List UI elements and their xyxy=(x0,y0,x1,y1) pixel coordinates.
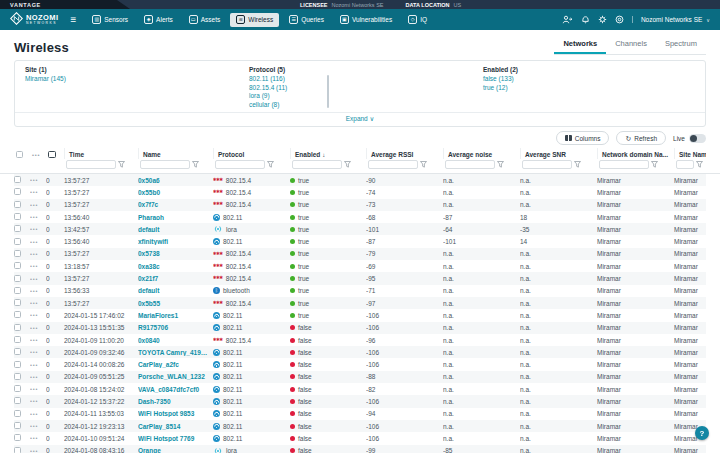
column-header-name[interactable]: Name xyxy=(138,148,213,159)
funnel-icon[interactable] xyxy=(344,161,351,168)
table-row[interactable]: •••02024-01-08 15:24:02VAVA_c0847dfc7cf0… xyxy=(14,383,706,395)
nav-item-iq[interactable]: ◇IQ xyxy=(402,13,433,27)
row-checkbox[interactable] xyxy=(14,311,21,318)
funnel-icon[interactable] xyxy=(696,161,703,168)
network-name-link[interactable]: Pharaoh xyxy=(138,214,213,221)
filter-input-enabled[interactable] xyxy=(292,160,342,169)
notifications-bell-icon[interactable] xyxy=(581,15,590,24)
tab-spectrum[interactable]: Spectrum xyxy=(656,36,706,54)
protocol-filter-value-link[interactable]: cellular (8) xyxy=(249,101,319,110)
table-row[interactable]: •••02024-01-09 05:51:25Porsche_WLAN_1232… xyxy=(14,371,706,383)
nav-item-assets[interactable]: ▭Assets xyxy=(183,13,227,27)
table-row[interactable]: •••013:56:33defaultᛒbluetoothtrue-71n.a.… xyxy=(14,285,706,297)
table-row[interactable]: •••013:57:270x21f7✱✱✱802.15.4true-95n.a.… xyxy=(14,272,706,284)
row-menu-button[interactable]: ••• xyxy=(30,263,46,269)
settings-gear-icon[interactable] xyxy=(598,15,607,24)
protocol-filter-value-link[interactable]: 802.15.4 (11) xyxy=(249,84,319,93)
row-menu-button[interactable]: ••• xyxy=(30,386,46,392)
row-menu-button[interactable]: ••• xyxy=(30,202,46,208)
table-row[interactable]: •••02024-01-14 00:08:26CarPlay_a2fc802.1… xyxy=(14,358,706,370)
funnel-icon[interactable] xyxy=(192,161,199,168)
table-row[interactable]: •••013:57:270x7f7c✱✱✱802.15.4true-73n.a.… xyxy=(14,199,706,211)
protocol-filter-value-link[interactable]: lora (9) xyxy=(249,92,319,101)
filter-input-protocol[interactable] xyxy=(215,160,265,169)
row-checkbox[interactable] xyxy=(14,361,21,368)
funnel-icon[interactable] xyxy=(497,161,504,168)
row-checkbox[interactable] xyxy=(14,447,21,453)
network-name-link[interactable]: 0x7f7c xyxy=(138,201,213,208)
row-checkbox[interactable] xyxy=(14,385,21,392)
table-row[interactable]: •••013:56:40Pharaoh802.11true-68-8718Mir… xyxy=(14,211,706,223)
network-name-link[interactable]: 0xa38c xyxy=(138,263,213,270)
filter-input-rssi[interactable] xyxy=(368,160,418,169)
table-row[interactable]: •••013:56:40xfinitywifi802.11true-87-101… xyxy=(14,235,706,247)
table-row[interactable]: •••02024-01-12 15:37:22Dash-7350802.11fa… xyxy=(14,395,706,407)
column-header-time[interactable]: Time xyxy=(64,148,138,159)
nav-item-vulnerabilities[interactable]: ▣Vulnerabilities xyxy=(334,13,398,27)
nav-item-queries[interactable]: ☰Queries xyxy=(283,13,330,27)
table-row[interactable]: •••02024-01-09 09:32:46TOYOTA Camry_419F… xyxy=(14,346,706,358)
filter-input-noise[interactable] xyxy=(445,160,495,169)
table-row[interactable]: •••02024-01-15 17:46:02MariaFlores1802.1… xyxy=(14,309,706,321)
row-menu-button[interactable]: ••• xyxy=(30,411,46,417)
row-checkbox[interactable] xyxy=(14,434,21,441)
filter-input-name[interactable] xyxy=(140,160,190,169)
column-header-noise[interactable]: Average noise xyxy=(443,148,520,159)
row-menu-button[interactable]: ••• xyxy=(30,398,46,404)
row-checkbox[interactable] xyxy=(14,287,21,294)
row-menu-button[interactable]: ••• xyxy=(30,214,46,220)
protocol-list-scrollbar[interactable] xyxy=(327,75,330,108)
row-menu-button[interactable]: ••• xyxy=(30,251,46,257)
network-name-link[interactable]: 0x5b55 xyxy=(138,300,213,307)
row-checkbox[interactable] xyxy=(14,397,21,404)
row-menu-button[interactable]: ••• xyxy=(30,288,46,294)
nav-item-sensors[interactable]: ▥Sensors xyxy=(86,13,134,27)
row-checkbox[interactable] xyxy=(14,324,21,331)
table-row[interactable]: •••02024-01-08 08:43:16Orangelorafalse-9… xyxy=(14,445,706,453)
table-row[interactable]: •••013:42:57defaultloratrue-101-64-35Mir… xyxy=(14,223,706,235)
network-name-link[interactable]: default xyxy=(138,287,213,294)
expand-filters-button[interactable]: Expand ∨ xyxy=(15,112,705,126)
network-name-link[interactable]: WiFi Hotspot 7769 xyxy=(138,435,213,442)
row-checkbox[interactable] xyxy=(14,176,21,183)
row-checkbox[interactable] xyxy=(14,410,21,417)
admin-gear-icon[interactable] xyxy=(615,15,624,24)
row-menu-button[interactable]: ••• xyxy=(30,435,46,441)
row-checkbox[interactable] xyxy=(14,336,21,343)
table-row[interactable]: •••013:57:270x5b55✱✱✱802.15.4true-97n.a.… xyxy=(14,297,706,309)
site-filter-value-link[interactable]: Miramar (145) xyxy=(25,75,249,84)
network-name-link[interactable]: WiFi Hotspot 9853 xyxy=(138,410,213,417)
column-header-rssi[interactable]: Average RSSI xyxy=(366,148,443,159)
network-name-link[interactable]: CarPlay_a2fc xyxy=(138,361,213,368)
network-name-link[interactable]: VAVA_c0847dfc7cf0 xyxy=(138,386,213,393)
row-checkbox[interactable] xyxy=(14,422,21,429)
row-menu-button[interactable]: ••• xyxy=(30,325,46,331)
row-menu-button[interactable]: ••• xyxy=(30,349,46,355)
funnel-icon[interactable] xyxy=(651,161,658,168)
funnel-icon[interactable] xyxy=(118,161,125,168)
filter-input-site[interactable] xyxy=(676,160,694,169)
filter-input-time[interactable] xyxy=(66,160,116,169)
row-menu-button[interactable]: ••• xyxy=(30,300,46,306)
table-row[interactable]: •••013:18:570xa38c✱✱✱802.15.4true-69n.a.… xyxy=(14,260,706,272)
row-menu-button[interactable]: ••• xyxy=(30,423,46,429)
select-all-checkbox[interactable] xyxy=(16,151,23,158)
row-menu-button[interactable]: ••• xyxy=(30,177,46,183)
network-name-link[interactable]: MariaFlores1 xyxy=(138,312,213,319)
columns-button[interactable]: Columns xyxy=(556,131,610,145)
funnel-icon[interactable] xyxy=(420,161,427,168)
network-name-link[interactable]: default xyxy=(138,226,213,233)
nav-item-alerts[interactable]: ◈Alerts xyxy=(138,13,179,27)
row-checkbox[interactable] xyxy=(14,348,21,355)
nav-item-wireless[interactable]: ≋Wireless xyxy=(230,13,279,27)
column-header-site[interactable]: Site Name xyxy=(674,148,706,159)
enabled-filter-value-link[interactable]: false (133) xyxy=(483,75,518,84)
funnel-icon[interactable] xyxy=(267,161,274,168)
row-checkbox[interactable] xyxy=(14,238,21,245)
row-checkbox[interactable] xyxy=(14,250,21,257)
row-menu-button[interactable]: ••• xyxy=(30,189,46,195)
row-checkbox[interactable] xyxy=(14,275,21,282)
tab-channels[interactable]: Channels xyxy=(606,36,656,54)
network-name-link[interactable]: 0x5738 xyxy=(138,250,213,257)
column-header-enabled[interactable]: Enabled↓ xyxy=(290,148,366,159)
